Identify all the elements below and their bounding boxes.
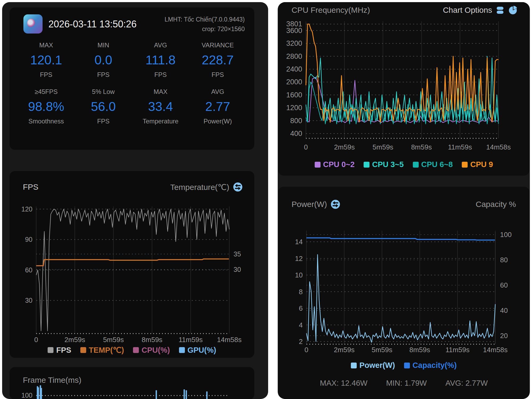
svg-text:1200: 1200 — [286, 104, 302, 112]
svg-text:1600: 1600 — [286, 91, 302, 99]
power-capacity-card: Power(W) Capacity % 14121086421008060402… — [278, 187, 529, 399]
svg-text:0: 0 — [305, 346, 308, 354]
legend-item-power-w-[interactable]: Power(W) — [351, 361, 395, 370]
svg-text:10: 10 — [295, 271, 303, 279]
svg-text:8m59s: 8m59s — [411, 143, 432, 151]
legend-item-temp-[interactable]: TEMP(℃) — [80, 346, 124, 355]
legend-label: CPU 9 — [470, 160, 493, 169]
fps-chart-canvas[interactable]: 120906030353002m59s5m59s8m59s11m59s14m58… — [10, 196, 254, 347]
svg-text:60: 60 — [25, 266, 32, 274]
svg-text:20: 20 — [500, 332, 508, 340]
cpu-frequency-chart-canvas[interactable]: 3801360032002800240020001600120080040002… — [278, 13, 529, 158]
fps-chart-title: FPS — [23, 182, 38, 192]
svg-text:60: 60 — [500, 281, 508, 289]
svg-text:8m59s: 8m59s — [409, 346, 430, 354]
power-stat: AVG: 2.77W — [445, 379, 488, 388]
legend-label: FPS — [56, 346, 71, 355]
stat-avg-power: AVG 2.77 Power(W) — [189, 88, 246, 125]
record-datetime: 2026-03-11 13:50:26 — [48, 19, 137, 30]
cpu-legend: CPU 0~2CPU 3~5CPU 6~8CPU 9 — [278, 160, 529, 169]
legend-swatch — [404, 363, 410, 368]
svg-text:14m58s: 14m58s — [217, 336, 242, 344]
stats-row-1: MAX 120.1 FPS MIN 0.0 FPS AVG 111.8 FPS … — [18, 41, 246, 78]
svg-text:12: 12 — [295, 255, 303, 263]
svg-text:2m59s: 2m59s — [64, 336, 85, 344]
svg-text:11m59s: 11m59s — [448, 143, 472, 151]
svg-text:100: 100 — [500, 231, 512, 239]
svg-text:8: 8 — [299, 288, 303, 296]
svg-text:2000: 2000 — [286, 78, 302, 86]
legend-swatch — [48, 347, 53, 353]
stat-min-fps: MIN 0.0 FPS — [75, 41, 132, 78]
legend-item-capacity-[interactable]: Capacity(%) — [404, 361, 457, 370]
power-legend: Power(W)Capacity(%) — [278, 361, 529, 370]
svg-text:2: 2 — [299, 338, 303, 346]
axis-swap-icon[interactable] — [233, 182, 243, 192]
fps-legend: FPSTEMP(℃)CPU(%)GPU(%) — [10, 346, 254, 355]
legend-swatch — [351, 363, 357, 368]
stat-smoothness: ≥45FPS 98.8% Smoothness — [18, 88, 75, 125]
stat-max-temperature: MAX 33.4 Temperature — [132, 88, 189, 125]
svg-text:35: 35 — [234, 250, 241, 258]
power-stat: MIN: 1.79W — [386, 379, 427, 388]
legend-item-cpu-9[interactable]: CPU 9 — [462, 160, 493, 169]
right-panel: CPU Frequency(MHz) Chart Options 3801360… — [278, 2, 530, 399]
legend-label: TEMP(℃) — [89, 346, 124, 355]
svg-text:2m59s: 2m59s — [334, 346, 355, 354]
svg-text:2800: 2800 — [286, 52, 302, 60]
power-chart-title: Power(W) — [292, 200, 327, 209]
legend-label: CPU 3~5 — [372, 160, 404, 169]
legend-swatch — [80, 347, 86, 353]
power-stats-row: MAX: 12.46WMIN: 1.79WAVG: 2.77W — [278, 379, 529, 388]
legend-item-cpu-0-2[interactable]: CPU 0~2 — [315, 160, 355, 169]
stats-row-2: ≥45FPS 98.8% Smoothness 5% Low 56.0 FPS … — [18, 88, 246, 125]
stat-avg-fps: AVG 111.8 FPS — [132, 41, 189, 78]
svg-text:6: 6 — [299, 304, 303, 312]
legend-swatch — [413, 162, 419, 168]
svg-text:5m59s: 5m59s — [372, 346, 392, 354]
legend-label: CPU 6~8 — [421, 160, 453, 169]
summary-stats-card: 2026-03-11 13:50:26 LMHT: Tốc Chiến(7.0.… — [10, 7, 254, 150]
power-chart-canvas[interactable]: 14121086421008060402002m59s5m59s8m59s11m… — [278, 215, 529, 360]
svg-text:2m59s: 2m59s — [334, 143, 355, 151]
cpu-frequency-card: CPU Frequency(MHz) Chart Options 3801360… — [278, 2, 529, 176]
svg-text:14m58s: 14m58s — [486, 143, 511, 151]
legend-label: Capacity(%) — [413, 361, 457, 370]
svg-text:8m59s: 8m59s — [142, 336, 163, 344]
axis-swap-icon[interactable] — [331, 200, 340, 209]
svg-text:14: 14 — [295, 238, 303, 246]
legend-item-cpu-[interactable]: CPU(%) — [133, 346, 170, 355]
svg-text:4: 4 — [299, 321, 303, 329]
legend-swatch — [462, 162, 468, 168]
svg-text:2400: 2400 — [286, 65, 302, 73]
svg-text:3600: 3600 — [286, 27, 302, 35]
svg-text:30: 30 — [234, 266, 241, 273]
frame-time-chart-canvas[interactable]: 100 — [10, 382, 254, 399]
capacity-axis-title: Capacity % — [476, 200, 516, 209]
app-icon — [23, 14, 43, 34]
svg-text:120: 120 — [21, 205, 32, 213]
svg-text:90: 90 — [25, 236, 32, 243]
svg-text:14m58s: 14m58s — [483, 346, 508, 354]
legend-swatch — [364, 162, 369, 168]
legend-item-cpu-6-8[interactable]: CPU 6~8 — [413, 160, 453, 169]
legend-item-cpu-3-5[interactable]: CPU 3~5 — [364, 160, 404, 169]
legend-item-fps[interactable]: FPS — [48, 346, 71, 355]
legend-label: CPU 0~2 — [323, 160, 355, 169]
svg-text:0: 0 — [304, 143, 308, 151]
stat-max-fps: MAX 120.1 FPS — [18, 41, 75, 78]
frame-time-card: Frame Time(ms) 100 — [10, 367, 254, 399]
legend-swatch — [133, 347, 139, 353]
stat-variance-fps: VARIANCE 228.7 FPS — [189, 41, 246, 78]
fps-chart-right-title: Temperature(℃) — [170, 182, 229, 192]
legend-item-gpu-[interactable]: GPU(%) — [179, 346, 216, 355]
svg-text:5m59s: 5m59s — [103, 336, 124, 344]
svg-text:3200: 3200 — [286, 39, 302, 47]
svg-text:100: 100 — [21, 392, 32, 399]
fps-chart-card: FPS Temperature(℃) 120906030353002m59s5m… — [10, 171, 254, 358]
svg-text:800: 800 — [290, 117, 302, 125]
stat-5pct-low: 5% Low 56.0 FPS — [75, 88, 132, 125]
left-panel: 2026-03-11 13:50:26 LMHT: Tốc Chiến(7.0.… — [2, 2, 268, 399]
svg-text:5m59s: 5m59s — [373, 143, 393, 151]
app-title: LMHT: Tốc Chiến(7.0.0.9443) — [165, 16, 245, 23]
